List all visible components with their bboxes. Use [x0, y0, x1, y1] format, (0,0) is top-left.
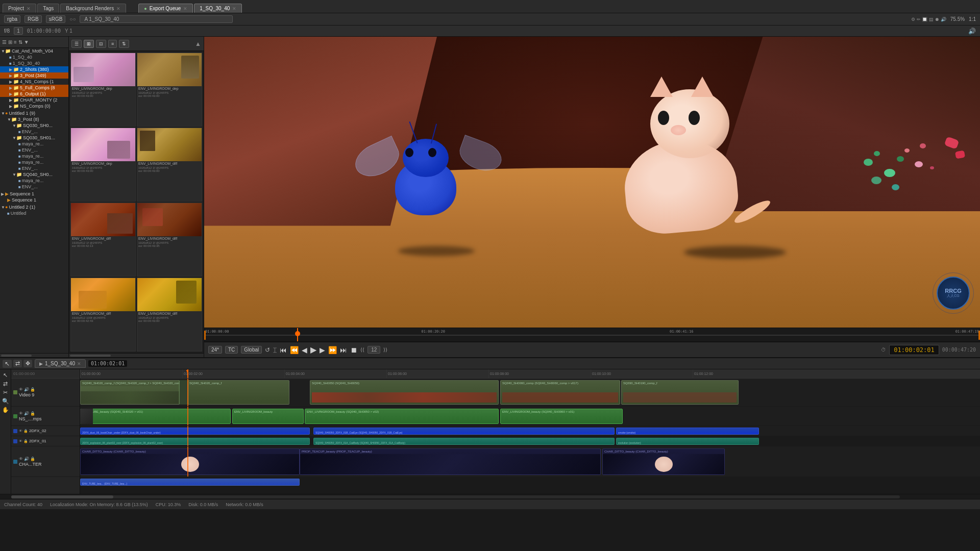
clip-video9-4[interactable]: SQ040_SH0060_comp (SQ040_SH0060_comp > v… — [500, 380, 620, 405]
tree-item-5full[interactable]: ▶ 📁 5_Full_Comps (8 — [0, 85, 68, 91]
clip-2dfx02-1[interactable]: 2DFX_dust_06_bookChair_under (2DFX_dust_… — [80, 428, 310, 435]
link-tool[interactable]: ⇄ — [13, 360, 22, 367]
tree-item-env4[interactable]: ■ ENV_... — [0, 184, 68, 190]
close-tab-icon[interactable]: ✕ — [77, 361, 81, 366]
media-thumb-1[interactable]: ENV_LIVINGROOM_dep 1920x812 1f @24FPSexr… — [70, 53, 136, 127]
tree-item-sq040[interactable]: ▼ 📁 SQ040_SH0... — [0, 171, 68, 178]
tree-item-env2[interactable]: ■ ENV_... — [0, 147, 68, 153]
clip-env-tube[interactable]: ENV_TUBE_bea... (ENV_TUBE_bea...) — [80, 479, 300, 486]
tree-item-maya2[interactable]: ■ maya_re... — [0, 153, 68, 159]
panel-scrollbar[interactable] — [0, 353, 68, 357]
tree-item-char-monty[interactable]: ▶ 📁 CHAR_MONTY (2 — [0, 97, 68, 103]
vis-icon-char[interactable]: 👁 — [19, 457, 23, 461]
tc-mode-btn[interactable]: TC — [225, 346, 238, 354]
list-view-icon[interactable]: ☰ — [2, 39, 7, 45]
timecode-display-main[interactable]: 01:00:02:01 — [889, 345, 939, 355]
frame-count-display[interactable]: 12 — [368, 346, 380, 354]
volume-icon[interactable]: 🔊 — [968, 28, 976, 35]
tree-item-3post[interactable]: ▶ 📁 3_Post (349) — [0, 72, 68, 79]
audio-icon-char[interactable]: 🔊 — [24, 457, 29, 461]
skip-to-end-btn[interactable]: ⏭ — [340, 346, 347, 354]
tab-export-queue[interactable]: ● Export Queue ✕ — [138, 4, 193, 13]
frame-fwd-icon[interactable]: ⟩⟩ — [383, 347, 387, 353]
filter-media-icon[interactable]: ▲ — [195, 40, 201, 47]
clip-2dfx01-1[interactable]: 2DFX_explosion_06_plant02_over (2DFX_exp… — [80, 438, 310, 445]
clip-char-1[interactable]: CHAR_DITTO_beauty (CHAR_DITTO_beauty) — [80, 448, 300, 475]
track-lock-icon[interactable]: 🔒 — [30, 387, 35, 392]
gamma-mode[interactable]: sRGB — [46, 15, 66, 23]
mark-in-btn[interactable]: ⌶ — [273, 346, 277, 354]
tree-item-4ns[interactable]: ▶ 📁 4_NS_Comps (1 — [0, 79, 68, 85]
close-icon-eq[interactable]: ✕ — [183, 6, 187, 11]
tab-project[interactable]: Project ✕ — [3, 4, 36, 13]
frame-back-icon[interactable]: ⟨⟨ — [360, 347, 364, 353]
tree-item-1sq3040[interactable]: ■ 1_SQ_30_40 — [0, 60, 68, 66]
move-tool[interactable]: ✥ — [23, 360, 32, 367]
tree-item-ns-comps[interactable]: ▶ 📁 NS_Comps (0) — [0, 103, 68, 109]
tree-item-sq030-1[interactable]: ▼ 📁 SQ030_SH0... — [0, 122, 68, 129]
play-pause-btn[interactable]: ▶ — [310, 345, 316, 355]
tab-background-renders[interactable]: Background Renders ✕ — [60, 4, 126, 13]
audio-icon-ns[interactable]: 🔊 — [24, 411, 29, 416]
media-thumb-6[interactable]: ENV_LIVINGROOM_diff 1920x812 1f @24FPSex… — [137, 203, 202, 277]
vis-icon-ns[interactable]: 👁 — [19, 411, 23, 416]
global-mode-btn[interactable]: Global — [241, 346, 262, 354]
select-tool-icon[interactable]: ↖ — [3, 372, 8, 379]
media-thumb-7[interactable]: ENV_LIVINGROOM_diff 1920x812 100f @24FPS… — [70, 278, 136, 352]
tree-item-2shots[interactable]: ▶ 📁 2_Shots (380) — [0, 66, 68, 72]
filter-icon[interactable]: ▼ — [24, 39, 29, 45]
media-scrollbar[interactable] — [69, 353, 204, 357]
clip-video9-3[interactable]: SQ040_SH0050 (SQ040_SH0050) — [310, 380, 499, 405]
step-fwd-btn[interactable]: ▶ — [320, 346, 325, 354]
track-row-char[interactable]: CHAR_DITTO_beauty (CHAR_DITTO_beauty) PR… — [80, 446, 980, 477]
prev-frame-btn[interactable]: ⏪ — [290, 346, 299, 354]
track-audio-icon[interactable]: 🔊 — [24, 387, 29, 392]
connect-tool-icon[interactable]: ⇄ — [3, 381, 8, 387]
tree-item-untitled1[interactable]: ▼ ● Untitled 1 (9) — [0, 110, 68, 116]
loop-btn[interactable]: ↺ — [265, 346, 270, 354]
timeline-scrollbar[interactable] — [0, 494, 980, 499]
tree-item-6output[interactable]: ▶ 📁 6_Output (1) — [0, 91, 68, 97]
tree-item-untitled2[interactable]: ▼ ● Untitled 2 (1) — [0, 204, 68, 210]
media-thumb-3[interactable]: ENV_LIVINGROOM_dep 1920x812 1f @24FPSexr… — [70, 128, 136, 202]
fps-selector[interactable]: 24* — [208, 346, 222, 354]
track-row-video9[interactable]: SQ040_SH020_comp_f (SQ040_SH020_comp_f >… — [80, 379, 980, 407]
tree-item-sequence1-sub[interactable]: ▶ Sequence 1 — [0, 197, 68, 203]
tree-item-env3[interactable]: ■ ENV_... — [0, 165, 68, 171]
tab-sequence[interactable]: 1_SQ_30_40 ✕ — [194, 4, 242, 13]
clip-ns-1[interactable]: ENV_TUBE_beauty (SQ040_SH0020 > v01) — [80, 409, 231, 424]
details-icon[interactable]: ≡ — [14, 39, 17, 45]
tree-item-maya1[interactable]: ■ maya_re... — [0, 141, 68, 147]
clip-ns-3[interactable]: ENV_LIVINGROOM_beauty (SQ040_SH0050 > v0… — [305, 409, 499, 424]
list-icon[interactable]: ☰ — [71, 40, 82, 48]
rgba-selector[interactable]: rgba — [4, 15, 20, 23]
clip-video9-2[interactable]: SQ040_SH020_comp_f — [187, 380, 289, 405]
track-row-2dfx01[interactable]: 2DFX_explosion_06_plant02_over (2DFX_exp… — [80, 436, 980, 446]
timeline-tracks-area[interactable]: 01:00:00:00 01:00:02:00 01:00:04:00 01:0… — [80, 369, 980, 494]
next-frame-btn[interactable]: ⏩ — [328, 346, 337, 354]
arrow-tool[interactable]: ↖ — [3, 360, 12, 368]
vis-icon-2dfx01[interactable]: 👁 — [19, 439, 22, 443]
clip-2dfx01-3[interactable]: evolution (evolution) — [616, 438, 759, 445]
blade-tool-icon[interactable]: ✂ — [3, 389, 8, 396]
sort-icon[interactable]: ⇅ — [18, 39, 22, 45]
timeline-tab[interactable]: ▶ 1_SQ_30_40 ✕ — [35, 359, 86, 368]
clip-2dfx01-2[interactable]: SQ040_SH0050_2DFX_01A_CatBody (SQ040_SH0… — [313, 438, 615, 445]
tree-item-maya4[interactable]: ■ maya_re... — [0, 178, 68, 184]
tree-item-sequence1-top[interactable]: ▶ ▶ Sequence 1 — [0, 191, 68, 197]
media-thumb-5[interactable]: ENV_LIVINGROOM_diff 1920x812 1f @24FPSex… — [70, 203, 136, 277]
step-back-btn[interactable]: ◀ — [302, 346, 307, 354]
vis-icon-2dfx02[interactable]: 👁 — [19, 429, 22, 433]
grid-view-icon[interactable]: ⊞ — [8, 39, 12, 45]
media-thumb-2[interactable]: ENV_LIVINGROOM_dep 1920x812 1f @24FPSexr… — [137, 53, 202, 127]
clip-char-3[interactable]: CHAR_DITTO_beauty (CHAR_DITTO_beauty) — [602, 448, 725, 475]
tree-item-cat-moth[interactable]: ▼ 📁 Cat_And_Moth_V04 — [0, 48, 68, 54]
lock-icon-2dfx02[interactable]: 🔒 — [23, 429, 28, 433]
track-row-env-tube[interactable]: ENV_TUBE_bea... (ENV_TUBE_bea...) — [80, 477, 980, 487]
tree-item-3post-sub[interactable]: ▼ 📁 3_Post (8) — [0, 116, 68, 122]
playhead-scrubber[interactable] — [297, 328, 298, 341]
large-grid-icon[interactable]: ⊞ — [84, 40, 94, 48]
clip-ns-4[interactable]: ENV_LIVINGROOM_beauty (SQ040_SH0060 > v0… — [500, 409, 623, 424]
details-view-icon[interactable]: ≡ — [108, 40, 117, 48]
clip-char-2[interactable]: PROP_TEACUP_beauty (PROP_TEACUP_beauty) — [300, 448, 601, 475]
